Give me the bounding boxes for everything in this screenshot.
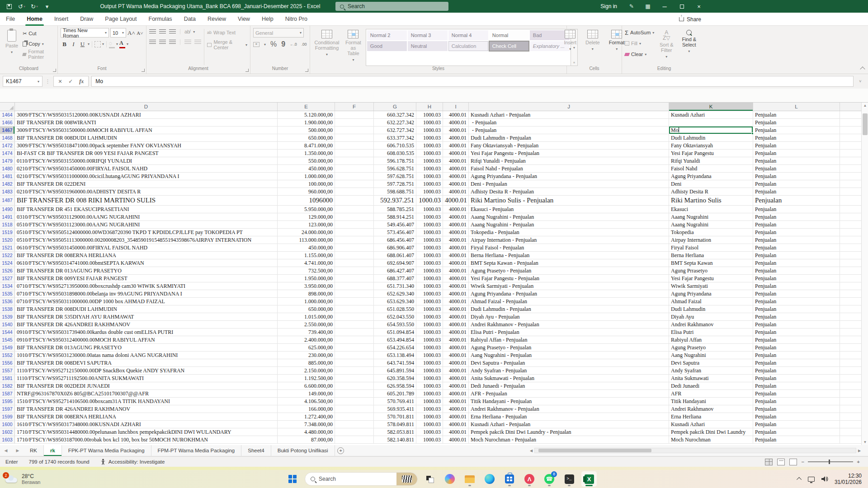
tray-chevron-icon[interactable] [797, 477, 802, 482]
row-header-1490[interactable]: 1490 [0, 206, 15, 213]
cell-M1600[interactable] [840, 421, 861, 428]
cell-D1600[interactable]: 1610/FTSCY/WS950317348000.00KUSNADI AZHA… [15, 421, 278, 428]
cell-J1480[interactable]: Faisol Nahd - Penjualan [469, 165, 669, 172]
cell-F1479[interactable] [335, 157, 374, 164]
cell-E1520[interactable]: 113.000.000,00 [278, 236, 335, 244]
task-view-button[interactable] [422, 471, 438, 487]
cell-F1481[interactable] [335, 173, 374, 180]
cell-J1466[interactable]: - Penjualan [469, 119, 669, 126]
row-header-1545[interactable]: 1545 [0, 336, 15, 343]
decrease-indent-icon[interactable] [184, 40, 191, 45]
cell-H1482[interactable]: 1000.03 [416, 180, 443, 188]
cell-E1597[interactable]: 166.000,00 [278, 405, 335, 413]
cell-I1600[interactable]: 4000.01 [443, 421, 469, 428]
active-cell-K1467[interactable]: Mo [669, 127, 753, 134]
cell-M1472[interactable] [840, 142, 861, 149]
cell-K1534[interactable]: Wiwik Sarmiyati [669, 282, 753, 290]
fill-handle[interactable] [751, 132, 754, 135]
cell-H1540[interactable]: 1000.03 [416, 321, 443, 328]
row-header-1519[interactable]: 1519 [0, 229, 15, 236]
row-header-1539[interactable]: 1539 [0, 313, 15, 320]
customize-toolbar-icon[interactable]: ▾ [42, 1, 52, 11]
cell-D1582[interactable]: BIF TRANSFER DR 002DEDI JUNAEDI [15, 382, 278, 389]
cell-J1552[interactable]: Aang Nugrahini - Penjualan [469, 352, 669, 359]
cell-L1535[interactable]: Penjualan [753, 290, 840, 297]
cell-H1602[interactable]: 1000.03 [416, 428, 443, 436]
cell-D1597[interactable]: BIF TRANSFER DR 426ANDREI RAKHMANOV [15, 405, 278, 413]
cell-G1587[interactable]: 605.201.789 [374, 390, 416, 397]
cell-M1519[interactable] [840, 229, 861, 236]
cell-L1536[interactable]: Penjualan [753, 298, 840, 305]
cell-H1557[interactable]: 1000.03 [416, 367, 443, 374]
cell-D1526[interactable]: BIF TRANSFER DR 013AGUNG PRASETYO [15, 267, 278, 274]
cell-L1524[interactable]: Penjualan [753, 259, 840, 267]
cell-H1466[interactable]: 1000.03 [416, 119, 443, 126]
cell-F1556[interactable] [335, 359, 374, 366]
cell-D1468[interactable]: BIF TRANSFER DR 008DUDI LAHMUDIN [15, 134, 278, 141]
cell-L1490[interactable]: Penjualan [753, 206, 840, 213]
cell-F1521[interactable] [335, 244, 374, 251]
cell-E1521[interactable]: 450.000,00 [278, 244, 335, 251]
cell-F1490[interactable] [335, 206, 374, 213]
clear-button[interactable]: Clear▾ [625, 50, 654, 59]
cell-M1535[interactable] [840, 290, 861, 297]
cell-L1482[interactable]: Penjualan [753, 180, 840, 188]
column-header-L[interactable]: L [753, 103, 840, 111]
cell-M1526[interactable] [840, 267, 861, 274]
cell-L1602[interactable]: Penjualan [753, 428, 840, 436]
align-right-icon[interactable] [169, 40, 176, 45]
cell-E1556[interactable]: 885.000,00 [278, 359, 335, 366]
zoom-slider[interactable]: − + [802, 459, 860, 465]
cell-D1524[interactable]: 0610/FTSCY/WS950314741000.00bmtSEPTA KAR… [15, 259, 278, 267]
row-header-1483[interactable]: 1483 [0, 188, 15, 195]
cell-L1603[interactable]: Penjualan [753, 436, 840, 443]
cell-J1534[interactable]: Wiwik Sarmiyati - Penjualan [469, 282, 669, 290]
cell-L1552[interactable]: Penjualan [753, 352, 840, 359]
horizontal-scroll-thumb[interactable] [538, 449, 651, 452]
cell-D1527[interactable]: BIF TRANSFER DR 009YESI FAJAR PANGEST [15, 275, 278, 282]
cell-H1521[interactable]: 1000.03 [416, 244, 443, 251]
cell-L1597[interactable]: Penjualan [753, 405, 840, 413]
cell-K1527[interactable]: Yesi Fajar Pangestu [669, 275, 753, 282]
cell-L1540[interactable]: Penjualan [753, 321, 840, 328]
cell-I1599[interactable]: 4000.01 [443, 413, 469, 420]
font-size-combo[interactable]: 10▾ [110, 28, 126, 38]
expand-formula-bar-icon[interactable]: ˅ [856, 79, 864, 84]
column-header-K[interactable]: K [669, 103, 753, 111]
cell-L1582[interactable]: Penjualan [753, 382, 840, 389]
cell-G1472[interactable]: 606.710.535 [374, 142, 416, 149]
cell-G1535[interactable]: 652.629.340 [374, 290, 416, 297]
percent-style-button[interactable]: % [270, 40, 277, 48]
cell-D1556[interactable]: BIF TRANSFER DR 008DEVI SAPUTRA [15, 359, 278, 366]
row-header-1603[interactable]: 1603 [0, 436, 15, 443]
cell-H1545[interactable]: 1000.03 [416, 336, 443, 343]
cell-D1602[interactable]: 1710/FTSCY/WS950314480000.00pelunasan lu… [15, 428, 278, 436]
cell-D1487[interactable]: BIF TRANSFER DR 008 RIKI MARTINO SULIS [15, 196, 278, 205]
cell-G1539[interactable]: 652.043.550 [374, 313, 416, 320]
cell-D1540[interactable]: BIF TRANSFER DR 426ANDREI RAKHMANOV [15, 321, 278, 328]
vertical-scroll-thumb[interactable] [863, 113, 868, 135]
cell-D1466[interactable]: BIF TRANSFER DR 008WIRANTI [15, 119, 278, 126]
cell-J1527[interactable]: Yesi Fajar Pangestu - Penjualan [469, 275, 669, 282]
cell-J1522[interactable]: Berna Herliana - Penjualan [469, 252, 669, 259]
cell-I1545[interactable]: 4000.01 [443, 336, 469, 343]
cell-style-normal[interactable]: Normal [489, 30, 529, 40]
cell-H1464[interactable]: 1000.03 [416, 111, 443, 118]
cell-G1480[interactable]: 596.628.751 [374, 165, 416, 172]
sort-filter-button[interactable]: AZ▽ Sort & Filter▾ [656, 28, 677, 66]
cell-F1538[interactable] [335, 305, 374, 313]
cell-H1480[interactable]: 1000.03 [416, 165, 443, 172]
cell-K1464[interactable]: Kusnadi Azhari [669, 111, 753, 118]
cell-J1538[interactable]: Dudi Lahmudin - Penjualan [469, 305, 669, 313]
cell-I1480[interactable]: 4000.01 [443, 165, 469, 172]
cell-F1474[interactable] [335, 150, 374, 157]
cell-K1540[interactable]: Andrei Rakhmanov [669, 321, 753, 328]
ribbon-tab-home[interactable]: Home [21, 13, 48, 26]
cell-F1487[interactable] [335, 196, 374, 205]
cell-H1581[interactable]: 1000.03 [416, 375, 443, 382]
cell-F1520[interactable] [335, 236, 374, 244]
cell-D1481[interactable]: 0210/FTSCY/WS950311000000.00cicil.hutang… [15, 173, 278, 180]
font-dialog-launcher[interactable] [142, 69, 145, 72]
cell-E1491[interactable]: 129.000,00 [278, 213, 335, 221]
cell-L1545[interactable]: Penjualan [753, 336, 840, 343]
